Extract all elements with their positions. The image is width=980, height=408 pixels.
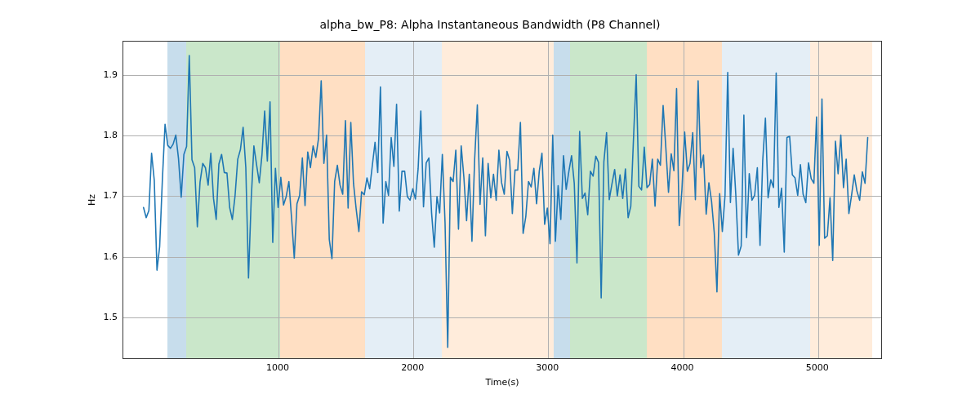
y-tick-label: 1.7 <box>104 190 118 201</box>
y-tick-label: 1.5 <box>104 312 118 322</box>
y-tick-label: 1.8 <box>104 130 118 140</box>
x-tick-label: 1000 <box>266 362 289 373</box>
axes <box>122 41 882 359</box>
y-axis-label: Hz <box>87 194 97 206</box>
plot-area <box>123 42 881 358</box>
x-tick-label: 2000 <box>401 362 424 373</box>
data-line <box>144 55 868 348</box>
x-axis-label: Time(s) <box>122 377 882 388</box>
figure: alpha_bw_P8: Alpha Instantaneous Bandwid… <box>0 0 980 408</box>
chart-title: alpha_bw_P8: Alpha Instantaneous Bandwid… <box>0 18 980 31</box>
x-tick-label: 5000 <box>806 362 829 373</box>
y-tick-label: 1.9 <box>104 69 118 79</box>
line-plot <box>123 42 881 358</box>
y-tick-label: 1.6 <box>104 251 118 261</box>
x-tick-label: 4000 <box>671 362 694 373</box>
x-tick-label: 3000 <box>536 362 559 373</box>
